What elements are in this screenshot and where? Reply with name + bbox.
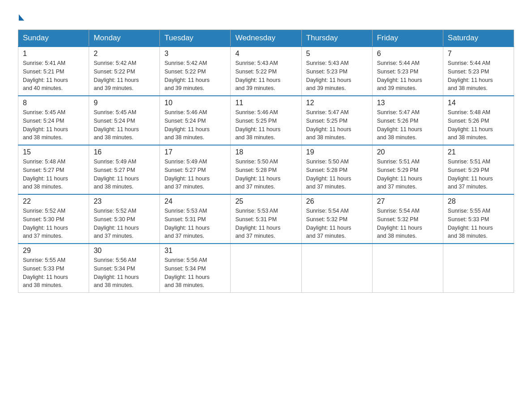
weekday-header-tuesday: Tuesday (160, 30, 231, 47)
day-info: Sunrise: 5:45 AM Sunset: 5:24 PM Dayligh… (23, 108, 84, 142)
calendar-cell: 16 Sunrise: 5:49 AM Sunset: 5:27 PM Dayl… (89, 145, 160, 194)
weekday-header-wednesday: Wednesday (231, 30, 301, 47)
week-row-2: 8 Sunrise: 5:45 AM Sunset: 5:24 PM Dayli… (18, 96, 514, 145)
calendar-cell: 30 Sunrise: 5:56 AM Sunset: 5:34 PM Dayl… (89, 244, 160, 293)
calendar-cell: 11 Sunrise: 5:46 AM Sunset: 5:25 PM Dayl… (231, 96, 301, 145)
calendar-cell: 3 Sunrise: 5:42 AM Sunset: 5:22 PM Dayli… (160, 47, 231, 96)
day-number: 30 (94, 247, 155, 255)
day-info: Sunrise: 5:53 AM Sunset: 5:31 PM Dayligh… (235, 207, 296, 240)
day-info: Sunrise: 5:54 AM Sunset: 5:32 PM Dayligh… (377, 207, 438, 240)
day-info: Sunrise: 5:48 AM Sunset: 5:26 PM Dayligh… (448, 108, 509, 142)
calendar-cell: 29 Sunrise: 5:55 AM Sunset: 5:33 PM Dayl… (18, 244, 89, 293)
day-number: 17 (164, 148, 226, 156)
week-row-4: 22 Sunrise: 5:52 AM Sunset: 5:30 PM Dayl… (18, 194, 514, 244)
calendar-cell: 7 Sunrise: 5:44 AM Sunset: 5:23 PM Dayli… (443, 47, 514, 96)
logo-area (18, 13, 24, 21)
day-number: 21 (448, 148, 509, 156)
calendar-cell: 17 Sunrise: 5:49 AM Sunset: 5:27 PM Dayl… (160, 145, 231, 194)
day-number: 15 (23, 148, 84, 156)
day-number: 23 (94, 197, 155, 206)
day-number: 13 (377, 99, 438, 107)
calendar-cell: 19 Sunrise: 5:50 AM Sunset: 5:28 PM Dayl… (301, 145, 372, 194)
weekday-header-friday: Friday (372, 30, 443, 47)
calendar-cell (372, 244, 443, 293)
day-number: 2 (94, 50, 155, 58)
calendar-cell: 12 Sunrise: 5:47 AM Sunset: 5:25 PM Dayl… (301, 96, 372, 145)
day-info: Sunrise: 5:50 AM Sunset: 5:28 PM Dayligh… (306, 158, 368, 191)
day-info: Sunrise: 5:56 AM Sunset: 5:34 PM Dayligh… (164, 256, 226, 290)
day-info: Sunrise: 5:43 AM Sunset: 5:22 PM Dayligh… (235, 59, 296, 93)
day-number: 11 (235, 99, 296, 107)
calendar-cell: 21 Sunrise: 5:51 AM Sunset: 5:29 PM Dayl… (443, 145, 514, 194)
week-row-5: 29 Sunrise: 5:55 AM Sunset: 5:33 PM Dayl… (18, 244, 514, 293)
day-info: Sunrise: 5:44 AM Sunset: 5:23 PM Dayligh… (377, 59, 438, 93)
day-number: 22 (23, 197, 84, 206)
day-number: 7 (448, 50, 509, 58)
calendar-cell: 20 Sunrise: 5:51 AM Sunset: 5:29 PM Dayl… (372, 145, 443, 194)
calendar-cell: 8 Sunrise: 5:45 AM Sunset: 5:24 PM Dayli… (18, 96, 89, 145)
page-header (18, 13, 514, 21)
day-info: Sunrise: 5:43 AM Sunset: 5:23 PM Dayligh… (306, 59, 368, 93)
calendar-cell: 22 Sunrise: 5:52 AM Sunset: 5:30 PM Dayl… (18, 194, 89, 244)
calendar-cell: 13 Sunrise: 5:47 AM Sunset: 5:26 PM Dayl… (372, 96, 443, 145)
day-info: Sunrise: 5:44 AM Sunset: 5:23 PM Dayligh… (448, 59, 509, 93)
weekday-header-row: SundayMondayTuesdayWednesdayThursdayFrid… (18, 30, 514, 47)
day-number: 5 (306, 50, 368, 58)
day-info: Sunrise: 5:49 AM Sunset: 5:27 PM Dayligh… (164, 158, 226, 191)
calendar-cell: 10 Sunrise: 5:46 AM Sunset: 5:24 PM Dayl… (160, 96, 231, 145)
day-info: Sunrise: 5:42 AM Sunset: 5:22 PM Dayligh… (94, 59, 155, 93)
calendar-cell: 25 Sunrise: 5:53 AM Sunset: 5:31 PM Dayl… (231, 194, 301, 244)
day-info: Sunrise: 5:42 AM Sunset: 5:22 PM Dayligh… (164, 59, 226, 93)
week-row-1: 1 Sunrise: 5:41 AM Sunset: 5:21 PM Dayli… (18, 47, 514, 96)
day-info: Sunrise: 5:46 AM Sunset: 5:24 PM Dayligh… (164, 108, 226, 142)
weekday-header-thursday: Thursday (301, 30, 372, 47)
calendar-cell (301, 244, 372, 293)
logo (18, 13, 24, 21)
calendar-cell: 31 Sunrise: 5:56 AM Sunset: 5:34 PM Dayl… (160, 244, 231, 293)
day-number: 3 (164, 50, 226, 58)
day-info: Sunrise: 5:51 AM Sunset: 5:29 PM Dayligh… (377, 158, 438, 191)
calendar-cell: 28 Sunrise: 5:55 AM Sunset: 5:33 PM Dayl… (443, 194, 514, 244)
calendar-cell: 5 Sunrise: 5:43 AM Sunset: 5:23 PM Dayli… (301, 47, 372, 96)
day-number: 8 (23, 99, 84, 107)
day-number: 10 (164, 99, 226, 107)
calendar-cell: 24 Sunrise: 5:53 AM Sunset: 5:31 PM Dayl… (160, 194, 231, 244)
day-info: Sunrise: 5:56 AM Sunset: 5:34 PM Dayligh… (94, 256, 155, 290)
calendar-cell: 1 Sunrise: 5:41 AM Sunset: 5:21 PM Dayli… (18, 47, 89, 96)
day-number: 18 (235, 148, 296, 156)
day-info: Sunrise: 5:47 AM Sunset: 5:25 PM Dayligh… (306, 108, 368, 142)
day-number: 9 (94, 99, 155, 107)
day-number: 1 (23, 50, 84, 58)
day-info: Sunrise: 5:50 AM Sunset: 5:28 PM Dayligh… (235, 158, 296, 191)
day-info: Sunrise: 5:55 AM Sunset: 5:33 PM Dayligh… (448, 207, 509, 240)
day-number: 6 (377, 50, 438, 58)
day-info: Sunrise: 5:45 AM Sunset: 5:24 PM Dayligh… (94, 108, 155, 142)
weekday-header-monday: Monday (89, 30, 160, 47)
calendar-cell: 14 Sunrise: 5:48 AM Sunset: 5:26 PM Dayl… (443, 96, 514, 145)
day-info: Sunrise: 5:53 AM Sunset: 5:31 PM Dayligh… (164, 207, 226, 240)
week-row-3: 15 Sunrise: 5:48 AM Sunset: 5:27 PM Dayl… (18, 145, 514, 194)
calendar-table: SundayMondayTuesdayWednesdayThursdayFrid… (18, 30, 514, 293)
calendar-cell: 26 Sunrise: 5:54 AM Sunset: 5:32 PM Dayl… (301, 194, 372, 244)
day-info: Sunrise: 5:47 AM Sunset: 5:26 PM Dayligh… (377, 108, 438, 142)
weekday-header-saturday: Saturday (443, 30, 514, 47)
calendar-cell: 2 Sunrise: 5:42 AM Sunset: 5:22 PM Dayli… (89, 47, 160, 96)
day-number: 4 (235, 50, 296, 58)
calendar-cell (443, 244, 514, 293)
day-number: 27 (377, 197, 438, 206)
day-number: 14 (448, 99, 509, 107)
day-number: 26 (306, 197, 368, 206)
weekday-header-sunday: Sunday (18, 30, 89, 47)
calendar-cell: 27 Sunrise: 5:54 AM Sunset: 5:32 PM Dayl… (372, 194, 443, 244)
calendar-cell: 23 Sunrise: 5:52 AM Sunset: 5:30 PM Dayl… (89, 194, 160, 244)
day-number: 24 (164, 197, 226, 206)
day-number: 20 (377, 148, 438, 156)
day-number: 29 (23, 247, 84, 255)
day-info: Sunrise: 5:46 AM Sunset: 5:25 PM Dayligh… (235, 108, 296, 142)
day-info: Sunrise: 5:41 AM Sunset: 5:21 PM Dayligh… (23, 59, 84, 93)
day-info: Sunrise: 5:52 AM Sunset: 5:30 PM Dayligh… (94, 207, 155, 240)
calendar-cell: 9 Sunrise: 5:45 AM Sunset: 5:24 PM Dayli… (89, 96, 160, 145)
day-info: Sunrise: 5:51 AM Sunset: 5:29 PM Dayligh… (448, 158, 509, 191)
calendar-cell: 4 Sunrise: 5:43 AM Sunset: 5:22 PM Dayli… (231, 47, 301, 96)
day-info: Sunrise: 5:54 AM Sunset: 5:32 PM Dayligh… (306, 207, 368, 240)
